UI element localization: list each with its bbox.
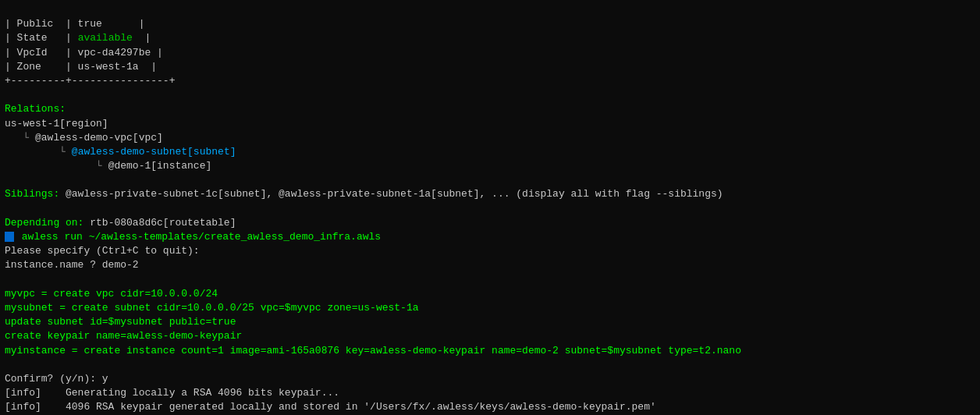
depending-line: Depending on: rtb-080a8d6c[routetable] bbox=[5, 217, 236, 229]
line-state: | State | available | bbox=[5, 32, 151, 44]
line-vpcid: | VpcId | vpc-da4297be | bbox=[5, 47, 163, 59]
confirm-line: Confirm? (y/n): y bbox=[5, 373, 108, 385]
info-keypair-stored: [info] 4096 RSA keypair generated locall… bbox=[5, 401, 656, 413]
siblings-line: Siblings: @awless-private-subnet-1c[subn… bbox=[5, 188, 723, 200]
create-keypair-line: create keypair name=awless-demo-keypair bbox=[5, 330, 242, 342]
specify-line: Please specify (Ctrl+C to quit): bbox=[5, 245, 200, 257]
line-public: | Public | true | bbox=[5, 18, 144, 30]
instance-name-input: instance.name ? demo-2 bbox=[5, 259, 139, 271]
instance-line: └ @demo-1[instance] bbox=[5, 160, 211, 172]
line-separator: +---------+----------------+ bbox=[5, 75, 175, 87]
line-zone: | Zone | us-west-1a | bbox=[5, 61, 157, 73]
mysubnet-line: mysubnet = create subnet cidr=10.0.0.0/2… bbox=[5, 302, 419, 314]
terminal-output: | Public | true | | State | available | … bbox=[5, 3, 975, 415]
prompt-run: awless run ~/awless-templates/create_awl… bbox=[5, 231, 381, 243]
relations-header: Relations: bbox=[5, 103, 66, 115]
myinstance-line: myinstance = create instance count=1 ima… bbox=[5, 345, 741, 356]
region-line: us-west-1[region] bbox=[5, 118, 108, 129]
info-generating: [info] Generating locally a RSA 4096 bit… bbox=[5, 387, 339, 399]
vpc-line: └ @awless-demo-vpc[vpc] bbox=[5, 132, 163, 144]
myvpc-line: myvpc = create vpc cidr=10.0.0.0/24 bbox=[5, 288, 218, 300]
subnet-line: └ @awless-demo-subnet[subnet] bbox=[5, 146, 236, 158]
update-subnet-line: update subnet id=$mysubnet public=true bbox=[5, 316, 236, 328]
